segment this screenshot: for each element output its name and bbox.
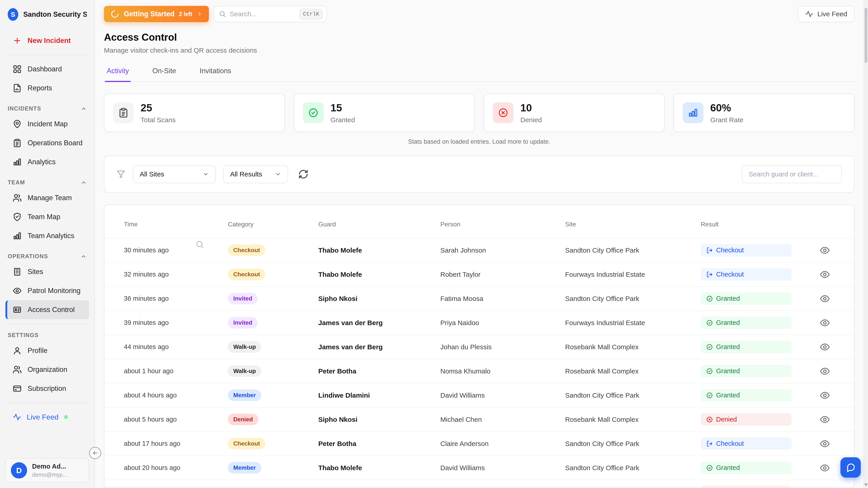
view-details-button[interactable] [819,414,830,425]
check-circle-icon [706,392,713,399]
site-filter-select[interactable]: All Sites [133,165,216,183]
guard-search-input[interactable] [742,165,842,183]
page-title: Access Control [104,32,855,43]
sidebar-item-access-control[interactable]: Access Control [5,300,89,319]
tab-invitations[interactable]: Invitations [198,65,233,82]
refresh-icon [298,169,309,180]
sidebar-item-label: Team Map [28,213,60,221]
new-incident-label: New Incident [28,37,71,45]
new-incident-button[interactable]: New Incident [5,31,89,50]
sidebar-item-label: Organization [28,365,67,374]
live-feed-button[interactable]: Live Feed [798,6,855,22]
section-title: TEAM [8,179,25,186]
result-label: Granted [716,367,740,375]
table-row: about 17 hours agoCheckoutPeter BothaCla… [104,432,854,456]
table-row: about 1 hour agoWalk-upPeter BothaNomsa … [104,359,854,383]
stats-note: Stats based on loaded entries. Load more… [104,138,855,145]
scrollbar-down-arrow[interactable] [864,484,868,486]
section-header-incidents[interactable]: INCIDENTS [8,105,87,112]
chevron-up-icon [81,180,87,186]
chat-fab-button[interactable] [840,457,861,478]
view-details-button[interactable] [819,438,830,449]
site-filter-value: All Sites [140,170,164,178]
logout-icon [706,247,713,254]
cell-result: Checkout [701,244,805,256]
result-badge: Checkout [701,268,792,281]
view-details-button[interactable] [819,342,830,352]
sidebar-item-operations-board[interactable]: Operations Board [5,133,89,153]
id-card-icon [13,305,22,314]
cell-site: Fourways Industrial Estate [565,271,701,278]
section-header-settings[interactable]: SETTINGS [8,332,87,338]
getting-started-button[interactable]: Getting Started 2 left [104,6,209,22]
sidebar-item-incident-map[interactable]: Incident Map [5,115,89,133]
sidebar-item-subscription[interactable]: Subscription [5,379,89,398]
sidebar-item-live-feed[interactable]: Live Feed [5,408,89,427]
sidebar-item-organization[interactable]: Organization [5,360,89,379]
result-badge: Granted [701,365,792,377]
view-details-button[interactable] [819,269,830,280]
bar-chart-icon [13,158,22,166]
stat-label: Denied [520,116,542,124]
cell-result: Granted [701,317,805,329]
result-label: Checkout [716,440,744,447]
sidebar-item-manage-team[interactable]: Manage Team [5,188,89,207]
sidebar-item-team-map[interactable]: Team Map [5,207,89,226]
result-badge: Denied [701,413,792,426]
global-search-input[interactable] [230,10,296,18]
cell-time: about 20 hours ago [124,464,228,471]
cell-site: Rosebank Mall Complex [565,343,701,351]
section-header-team[interactable]: TEAM [8,179,87,186]
sidebar-item-team-analytics[interactable]: Team Analytics [5,226,89,246]
user-email: demo@myp... [32,471,67,478]
stat-card-total-scans: 25Total Scans [104,94,285,132]
sidebar-item-sites[interactable]: Sites [5,262,89,281]
stat-label: Granted [331,116,355,124]
cell-time: 36 minutes ago [124,295,228,302]
page-subtitle: Manage visitor check-ins and QR access d… [104,46,855,54]
user-menu[interactable]: D Demo Ad... demo@myp... [5,458,89,483]
tab-on-site[interactable]: On-Site [151,65,178,82]
cell-category: Walk-up [228,365,318,377]
result-filter-select[interactable]: All Results [223,165,288,183]
cell-site: Sandton City Office Park [565,440,701,448]
stat-text: 15Granted [331,102,355,124]
view-details-button[interactable] [819,463,830,473]
sidebar-item-label: Reports [28,84,52,92]
sidebar-item-reports[interactable]: Reports [5,78,89,98]
cell-result: Granted [701,462,805,474]
scrollbar-thumb[interactable] [865,8,867,63]
activity-icon [13,413,21,421]
sidebar-item-analytics[interactable]: Analytics [5,153,89,171]
category-badge: Denied [228,414,258,425]
cell-person: Sarah Johnson [440,247,565,254]
page-scrollbar[interactable] [864,0,868,488]
org-switcher[interactable]: S Sandton Security Ser... [5,7,89,22]
eye-icon [819,390,830,400]
chevron-down-icon [275,171,281,177]
sidebar-collapse-button[interactable] [89,447,101,459]
file-chart-icon [13,84,22,93]
view-details-button[interactable] [819,366,830,377]
sidebar-item-dashboard[interactable]: Dashboard [5,60,89,78]
section-header-operations[interactable]: OPERATIONS [8,253,87,260]
cell-time: 32 minutes ago [124,271,228,278]
category-badge: Checkout [228,269,266,280]
cell-result: Checkout [701,268,805,281]
live-feed-label: Live Feed [27,413,59,421]
stat-card-denied: 10Denied [484,94,664,132]
cell-site: Sandton City Office Park [565,392,701,399]
column-header-site: Site [565,221,701,228]
view-details-button[interactable] [819,318,830,328]
refresh-button[interactable] [298,169,309,180]
view-details-button[interactable] [819,245,830,256]
sidebar-item-patrol-monitoring[interactable]: Patrol Monitoring [5,281,89,300]
table-row: 30 minutes agoCheckoutThabo MolefeSarah … [104,238,854,263]
view-details-button[interactable] [819,390,830,400]
page-header: Access Control Manage visitor check-ins … [104,32,855,54]
view-details-button[interactable] [819,293,830,304]
tab-activity[interactable]: Activity [105,65,131,82]
cell-guard: James van der Berg [318,343,440,351]
sidebar-item-profile[interactable]: Profile [5,341,89,360]
building-icon [13,267,22,276]
